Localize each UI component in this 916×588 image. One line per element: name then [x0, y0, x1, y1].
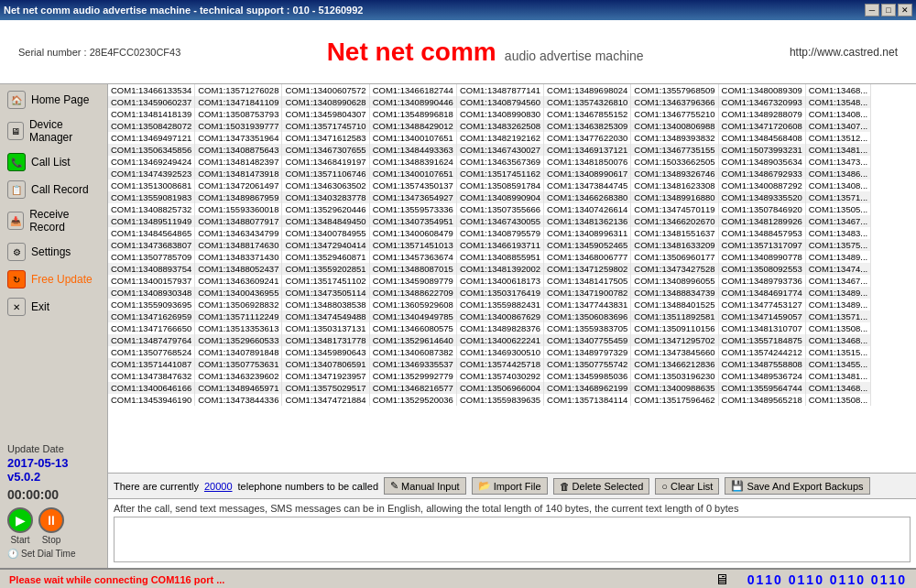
table-cell[interactable]: COM1:13471626959 [108, 310, 195, 322]
table-cell[interactable]: COM1:15073993231 [718, 144, 805, 156]
table-cell[interactable]: COM1:13467... [805, 215, 870, 227]
table-cell[interactable]: COM1:13506966004 [456, 382, 543, 394]
table-cell[interactable]: COM1:13484493363 [369, 144, 456, 156]
table-cell[interactable]: COM1:13509110156 [631, 322, 718, 334]
table-cell[interactable]: COM1:13471720608 [718, 120, 805, 132]
table-cell[interactable]: COM1:13408893754 [108, 263, 195, 275]
table-cell[interactable]: COM1:13548... [805, 96, 870, 108]
table-cell[interactable]: COM1:13489536724 [718, 370, 805, 382]
table-cell[interactable]: COM1:13481731778 [282, 334, 369, 346]
table-cell[interactable]: COM1:13574326810 [544, 96, 631, 108]
table-cell[interactable]: COM1:13468... [805, 382, 870, 394]
table-cell[interactable]: COM1:13489565218 [718, 394, 805, 406]
stop-button[interactable]: ⏸ Stop [38, 507, 64, 545]
total-count[interactable]: 20000 [204, 481, 233, 492]
table-cell[interactable]: COM1:13481633209 [631, 239, 718, 251]
table-cell[interactable]: COM1:13481... [805, 370, 870, 382]
table-cell[interactable]: COM1:13481482397 [195, 156, 282, 168]
table-cell[interactable]: COM1:13400867629 [456, 310, 543, 322]
clear-list-button[interactable]: ○ Clear List [655, 478, 719, 495]
table-cell[interactable]: COM1:13473654927 [369, 191, 456, 203]
table-cell[interactable]: COM1:13503176419 [456, 287, 543, 299]
table-cell[interactable]: COM1:13477622030 [544, 132, 631, 144]
table-cell[interactable]: COM1:13489... [805, 299, 870, 310]
table-cell[interactable]: COM1:13473844745 [544, 180, 631, 191]
table-cell[interactable]: COM1:13471841109 [195, 96, 282, 108]
table-cell[interactable]: COM1:13529660533 [195, 334, 282, 346]
table-cell[interactable]: COM1:13507846920 [718, 203, 805, 215]
table-cell[interactable]: COM1:13574350137 [369, 180, 456, 191]
table-cell[interactable]: COM1:13467430027 [456, 144, 543, 156]
table-cell[interactable]: COM1:13473... [805, 156, 870, 168]
table-cell[interactable]: COM1:13408990446 [369, 96, 456, 108]
table-cell[interactable]: COM1:13459052465 [544, 239, 631, 251]
table-cell[interactable]: COM1:13408990830 [456, 108, 543, 120]
table-cell[interactable]: COM1:13480089309 [718, 84, 805, 96]
table-cell[interactable]: COM1:13467... [805, 275, 870, 287]
sidebar-item-device-manager[interactable]: 🖥 Device Manager [0, 114, 107, 148]
table-cell[interactable]: COM1:13467855152 [544, 108, 631, 120]
table-cell[interactable]: COM1:13571112249 [195, 310, 282, 322]
table-cell[interactable]: COM1:13466268380 [544, 191, 631, 203]
table-cell[interactable]: COM1:13484691774 [718, 287, 805, 299]
table-cell[interactable]: COM1:13473505114 [282, 287, 369, 299]
table-cell[interactable]: COM1:13406087382 [369, 346, 456, 358]
table-cell[interactable]: COM1:13403283778 [282, 191, 369, 203]
table-cell[interactable]: COM1:13469249424 [108, 156, 195, 168]
table-cell[interactable]: COM1:13408825732 [108, 203, 195, 215]
table-cell[interactable]: COM1:13571745710 [282, 120, 369, 132]
table-cell[interactable]: COM1:13468419197 [282, 156, 369, 168]
window-controls[interactable]: ─ □ ✕ [865, 4, 912, 16]
table-cell[interactable]: COM1:13400607572 [282, 84, 369, 96]
table-cell[interactable]: COM1:13473847632 [108, 370, 195, 382]
table-cell[interactable]: COM1:13473844336 [195, 394, 282, 406]
table-cell[interactable]: COM1:13463609241 [195, 275, 282, 287]
table-cell[interactable]: COM1:13408990628 [282, 96, 369, 108]
table-cell[interactable]: COM1:13463825309 [544, 120, 631, 132]
sidebar-item-home[interactable]: 🏠 Home Page [0, 86, 107, 114]
table-cell[interactable]: COM1:13459985036 [544, 370, 631, 382]
table-cell[interactable]: COM1:13488087015 [369, 263, 456, 275]
table-cell[interactable]: COM1:13574425718 [456, 358, 543, 370]
table-cell[interactable]: COM1:13471259802 [544, 263, 631, 275]
table-cell[interactable]: COM1:13503137131 [282, 322, 369, 334]
table-cell[interactable]: COM1:13469300510 [456, 346, 543, 358]
table-cell[interactable]: COM1:13489465971 [195, 382, 282, 394]
table-cell[interactable]: COM1:13488052437 [195, 263, 282, 275]
table-cell[interactable]: COM1:13508... [805, 322, 870, 334]
table-cell[interactable]: COM1:13481310707 [718, 322, 805, 334]
set-dial-time-button[interactable]: 🕐 Set Dial Time [7, 549, 100, 559]
table-cell[interactable]: COM1:13457363674 [369, 251, 456, 263]
table-cell[interactable]: COM1:13471612583 [282, 132, 369, 144]
table-cell[interactable]: COM1:13467430055 [456, 215, 543, 227]
table-cell[interactable]: COM1:13468006777 [544, 251, 631, 263]
table-cell[interactable]: COM1:13471766650 [108, 322, 195, 334]
table-cell[interactable]: COM1:15033662505 [631, 156, 718, 168]
table-cell[interactable]: COM1:13481473918 [195, 168, 282, 180]
table-cell[interactable]: COM1:13408795579 [456, 227, 543, 239]
table-cell[interactable]: COM1:13481850076 [544, 156, 631, 168]
table-cell[interactable]: COM1:13474721884 [282, 394, 369, 406]
close-button[interactable]: ✕ [898, 4, 912, 16]
table-cell[interactable]: COM1:13571451013 [369, 239, 456, 251]
table-cell[interactable]: COM1:13559081983 [108, 191, 195, 203]
table-cell[interactable]: COM1:13559093695 [108, 299, 195, 310]
table-cell[interactable]: COM1:13407755459 [544, 334, 631, 346]
table-cell[interactable]: COM1:13557968509 [631, 84, 718, 96]
table-cell[interactable]: COM1:13471295702 [631, 334, 718, 346]
table-cell[interactable]: COM1:13471900782 [544, 287, 631, 299]
table-cell[interactable]: COM1:13489797329 [544, 346, 631, 358]
table-cell[interactable]: COM1:13488077917 [195, 215, 282, 227]
table-cell[interactable]: COM1:13487877141 [456, 84, 543, 96]
table-cell[interactable]: COM1:13469497121 [108, 132, 195, 144]
table-cell[interactable]: COM1:13488174630 [195, 239, 282, 251]
table-cell[interactable]: COM1:13407... [805, 120, 870, 132]
table-cell[interactable]: COM1:13486792933 [718, 168, 805, 180]
minimize-button[interactable]: ─ [865, 4, 879, 16]
table-cell[interactable]: COM1:13459060237 [108, 96, 195, 108]
manual-input-button[interactable]: ✎ Manual Input [384, 477, 466, 495]
table-cell[interactable]: COM1:13488038538 [282, 299, 369, 310]
table-cell[interactable]: COM1:13571317097 [718, 239, 805, 251]
table-cell[interactable]: COM1:13529620446 [282, 203, 369, 215]
table-cell[interactable]: COM1:13559202851 [282, 263, 369, 275]
